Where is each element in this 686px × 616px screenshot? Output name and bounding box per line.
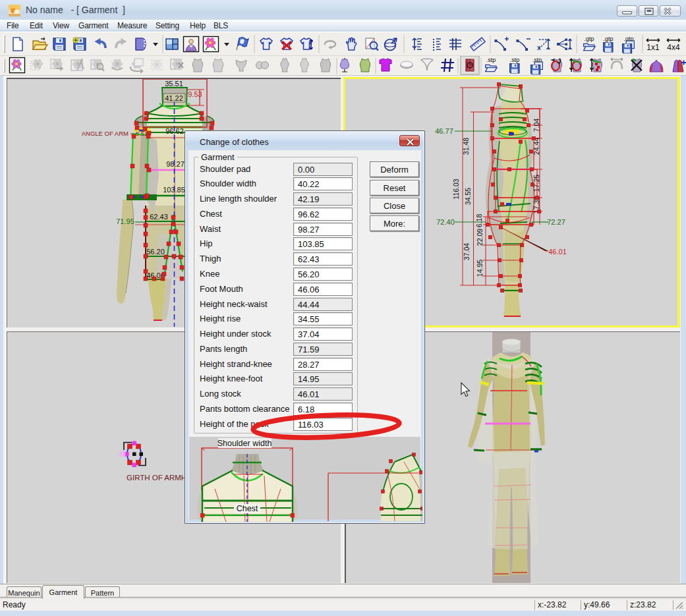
svg-text:.stp: .stp — [510, 57, 520, 63]
svg-text:.gtp: .gtp — [603, 36, 613, 42]
svg-text:9.53: 9.53 — [188, 90, 202, 98]
svg-text:ANGLE OF ARM = 8.51: ANGLE OF ARM = 8.51 — [82, 130, 148, 137]
svg-text:98.27: 98.27 — [166, 160, 185, 168]
svg-text:72.40: 72.40 — [436, 218, 455, 226]
svg-text:.stp: .stp — [486, 57, 496, 63]
svg-text:62.43: 62.43 — [150, 213, 168, 221]
svg-text:6.18: 6.18 — [475, 214, 483, 228]
svg-text:35.51: 35.51 — [165, 80, 183, 88]
svg-text:116.03: 116.03 — [452, 179, 460, 199]
svg-text:34.55: 34.55 — [464, 188, 472, 205]
svg-text:31.48: 31.48 — [462, 138, 470, 155]
svg-text:72.27: 72.27 — [547, 218, 565, 226]
svg-text:1x1: 1x1 — [646, 43, 660, 52]
svg-text:4x4: 4x4 — [667, 43, 680, 52]
svg-text:22.09: 22.09 — [476, 229, 484, 246]
svg-text:71.95: 71.95 — [116, 217, 134, 225]
svg-text:46.77: 46.77 — [435, 127, 453, 135]
svg-text:7.04: 7.04 — [532, 119, 540, 132]
svg-text:14.95: 14.95 — [476, 260, 484, 277]
svg-text:41.22: 41.22 — [165, 94, 183, 102]
svg-text:Chest: Chest — [237, 504, 258, 513]
svg-text:96.62: 96.62 — [165, 127, 184, 135]
svg-text:56.20: 56.20 — [146, 248, 165, 256]
svg-text:37.04: 37.04 — [463, 243, 471, 260]
svg-text:103.85: 103.85 — [163, 186, 185, 194]
svg-text:x: x — [537, 44, 541, 51]
svg-text:.gtp: .gtp — [584, 36, 594, 42]
svg-text:46.01: 46.01 — [548, 248, 567, 256]
